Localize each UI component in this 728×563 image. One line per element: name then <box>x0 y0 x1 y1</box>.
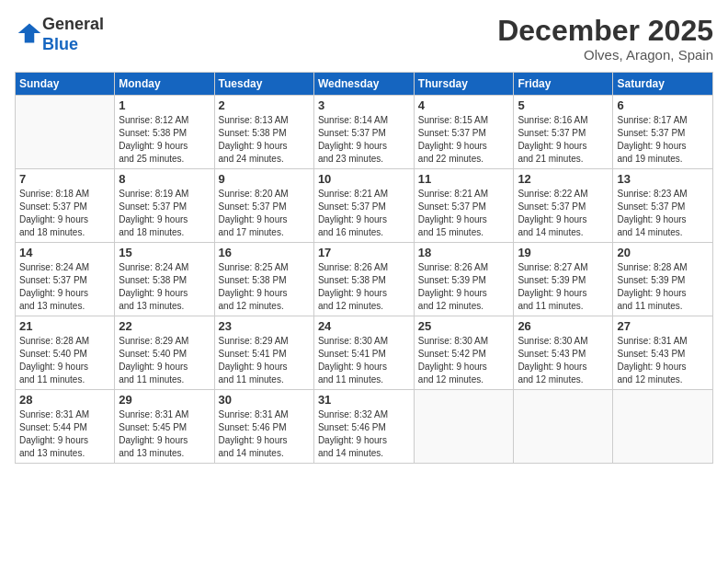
day-number: 17 <box>318 246 410 259</box>
day-info: Sunrise: 8:15 AM Sunset: 5:37 PM Dayligh… <box>418 114 510 166</box>
day-number: 5 <box>518 98 609 112</box>
day-number: 14 <box>19 246 110 259</box>
day-cell: 3Sunrise: 8:14 AM Sunset: 5:37 PM Daylig… <box>313 96 414 169</box>
day-info: Sunrise: 8:13 AM Sunset: 5:38 PM Dayligh… <box>219 114 310 166</box>
logo: General Blue <box>15 15 104 54</box>
day-info: Sunrise: 8:21 AM Sunset: 5:37 PM Dayligh… <box>418 188 510 239</box>
day-number: 25 <box>418 319 510 333</box>
day-cell: 9Sunrise: 8:20 AM Sunset: 5:37 PM Daylig… <box>214 169 313 243</box>
day-cell <box>613 390 713 464</box>
svg-marker-0 <box>18 23 41 42</box>
day-info: Sunrise: 8:29 AM Sunset: 5:41 PM Dayligh… <box>219 335 310 386</box>
day-number: 28 <box>19 393 110 407</box>
day-cell: 29Sunrise: 8:31 AM Sunset: 5:45 PM Dayli… <box>115 390 214 464</box>
day-cell: 15Sunrise: 8:24 AM Sunset: 5:38 PM Dayli… <box>115 243 214 316</box>
location: Olves, Aragon, Spain <box>497 47 713 63</box>
day-info: Sunrise: 8:12 AM Sunset: 5:38 PM Dayligh… <box>119 114 210 166</box>
day-number: 10 <box>318 172 410 186</box>
week-row-1: 7Sunrise: 8:18 AM Sunset: 5:37 PM Daylig… <box>16 169 713 243</box>
week-row-2: 14Sunrise: 8:24 AM Sunset: 5:37 PM Dayli… <box>16 243 713 316</box>
day-number: 15 <box>119 246 210 259</box>
day-cell: 25Sunrise: 8:30 AM Sunset: 5:42 PM Dayli… <box>414 316 514 390</box>
week-row-3: 21Sunrise: 8:28 AM Sunset: 5:40 PM Dayli… <box>16 316 713 390</box>
day-cell: 7Sunrise: 8:18 AM Sunset: 5:37 PM Daylig… <box>16 169 115 243</box>
day-number: 18 <box>418 246 510 259</box>
day-info: Sunrise: 8:26 AM Sunset: 5:39 PM Dayligh… <box>418 261 510 313</box>
day-info: Sunrise: 8:30 AM Sunset: 5:42 PM Dayligh… <box>418 335 510 386</box>
day-number: 27 <box>617 319 709 333</box>
day-cell: 6Sunrise: 8:17 AM Sunset: 5:37 PM Daylig… <box>613 96 713 169</box>
day-cell: 13Sunrise: 8:23 AM Sunset: 5:37 PM Dayli… <box>613 169 713 243</box>
day-number: 29 <box>119 393 210 407</box>
day-info: Sunrise: 8:30 AM Sunset: 5:41 PM Dayligh… <box>318 335 410 386</box>
day-info: Sunrise: 8:16 AM Sunset: 5:37 PM Dayligh… <box>518 114 609 166</box>
day-info: Sunrise: 8:27 AM Sunset: 5:39 PM Dayligh… <box>518 261 609 313</box>
day-cell <box>16 96 115 169</box>
header-row: General Blue December 2025 Olves, Aragon… <box>15 15 713 63</box>
day-info: Sunrise: 8:18 AM Sunset: 5:37 PM Dayligh… <box>19 188 110 239</box>
day-number: 30 <box>219 393 310 407</box>
day-info: Sunrise: 8:24 AM Sunset: 5:38 PM Dayligh… <box>119 261 210 313</box>
logo-blue: Blue <box>42 35 78 53</box>
day-cell: 26Sunrise: 8:30 AM Sunset: 5:43 PM Dayli… <box>514 316 613 390</box>
day-info: Sunrise: 8:23 AM Sunset: 5:37 PM Dayligh… <box>617 188 709 239</box>
day-number: 13 <box>617 172 709 186</box>
day-number: 20 <box>617 246 709 259</box>
day-cell: 27Sunrise: 8:31 AM Sunset: 5:43 PM Dayli… <box>613 316 713 390</box>
day-info: Sunrise: 8:17 AM Sunset: 5:37 PM Dayligh… <box>617 114 709 166</box>
page-container: General Blue December 2025 Olves, Aragon… <box>0 0 728 473</box>
day-cell: 31Sunrise: 8:32 AM Sunset: 5:46 PM Dayli… <box>313 390 414 464</box>
day-info: Sunrise: 8:31 AM Sunset: 5:43 PM Dayligh… <box>617 335 709 386</box>
day-cell <box>414 390 514 464</box>
week-row-0: 1Sunrise: 8:12 AM Sunset: 5:38 PM Daylig… <box>16 96 713 169</box>
calendar-header-row: SundayMondayTuesdayWednesdayThursdayFrid… <box>16 73 713 96</box>
day-info: Sunrise: 8:28 AM Sunset: 5:39 PM Dayligh… <box>617 261 709 313</box>
header-sunday: Sunday <box>16 73 115 96</box>
day-cell <box>514 390 613 464</box>
day-cell: 2Sunrise: 8:13 AM Sunset: 5:38 PM Daylig… <box>214 96 313 169</box>
day-info: Sunrise: 8:29 AM Sunset: 5:40 PM Dayligh… <box>119 335 210 386</box>
day-cell: 10Sunrise: 8:21 AM Sunset: 5:37 PM Dayli… <box>313 169 414 243</box>
day-number: 3 <box>318 98 410 112</box>
header-saturday: Saturday <box>613 73 713 96</box>
day-info: Sunrise: 8:20 AM Sunset: 5:37 PM Dayligh… <box>219 188 310 239</box>
logo-general: General <box>42 15 104 33</box>
day-cell: 4Sunrise: 8:15 AM Sunset: 5:37 PM Daylig… <box>414 96 514 169</box>
day-info: Sunrise: 8:31 AM Sunset: 5:45 PM Dayligh… <box>119 408 210 460</box>
day-number: 12 <box>518 172 609 186</box>
day-info: Sunrise: 8:32 AM Sunset: 5:46 PM Dayligh… <box>318 408 410 460</box>
header-thursday: Thursday <box>414 73 514 96</box>
day-cell: 1Sunrise: 8:12 AM Sunset: 5:38 PM Daylig… <box>115 96 214 169</box>
day-cell: 20Sunrise: 8:28 AM Sunset: 5:39 PM Dayli… <box>613 243 713 316</box>
day-info: Sunrise: 8:19 AM Sunset: 5:37 PM Dayligh… <box>119 188 210 239</box>
day-info: Sunrise: 8:31 AM Sunset: 5:44 PM Dayligh… <box>19 408 110 460</box>
day-cell: 18Sunrise: 8:26 AM Sunset: 5:39 PM Dayli… <box>414 243 514 316</box>
day-info: Sunrise: 8:31 AM Sunset: 5:46 PM Dayligh… <box>219 408 310 460</box>
logo-icon <box>17 20 42 46</box>
day-cell: 11Sunrise: 8:21 AM Sunset: 5:37 PM Dayli… <box>414 169 514 243</box>
day-info: Sunrise: 8:26 AM Sunset: 5:38 PM Dayligh… <box>318 261 410 313</box>
day-number: 9 <box>219 172 310 186</box>
day-info: Sunrise: 8:25 AM Sunset: 5:38 PM Dayligh… <box>219 261 310 313</box>
title-block: December 2025 Olves, Aragon, Spain <box>497 15 713 63</box>
day-cell: 19Sunrise: 8:27 AM Sunset: 5:39 PM Dayli… <box>514 243 613 316</box>
day-info: Sunrise: 8:24 AM Sunset: 5:37 PM Dayligh… <box>19 261 110 313</box>
day-number: 23 <box>219 319 310 333</box>
day-cell: 8Sunrise: 8:19 AM Sunset: 5:37 PM Daylig… <box>115 169 214 243</box>
day-number: 6 <box>617 98 709 112</box>
day-info: Sunrise: 8:30 AM Sunset: 5:43 PM Dayligh… <box>518 335 609 386</box>
header-wednesday: Wednesday <box>313 73 414 96</box>
day-cell: 21Sunrise: 8:28 AM Sunset: 5:40 PM Dayli… <box>16 316 115 390</box>
day-number: 24 <box>318 319 410 333</box>
header-monday: Monday <box>115 73 214 96</box>
day-number: 31 <box>318 393 410 407</box>
calendar-table: SundayMondayTuesdayWednesdayThursdayFrid… <box>15 72 713 464</box>
day-number: 4 <box>418 98 510 112</box>
day-number: 2 <box>219 98 310 112</box>
day-cell: 5Sunrise: 8:16 AM Sunset: 5:37 PM Daylig… <box>514 96 613 169</box>
day-number: 19 <box>518 246 609 259</box>
day-number: 11 <box>418 172 510 186</box>
month-title: December 2025 <box>497 15 713 47</box>
day-info: Sunrise: 8:21 AM Sunset: 5:37 PM Dayligh… <box>318 188 410 239</box>
day-cell: 28Sunrise: 8:31 AM Sunset: 5:44 PM Dayli… <box>16 390 115 464</box>
